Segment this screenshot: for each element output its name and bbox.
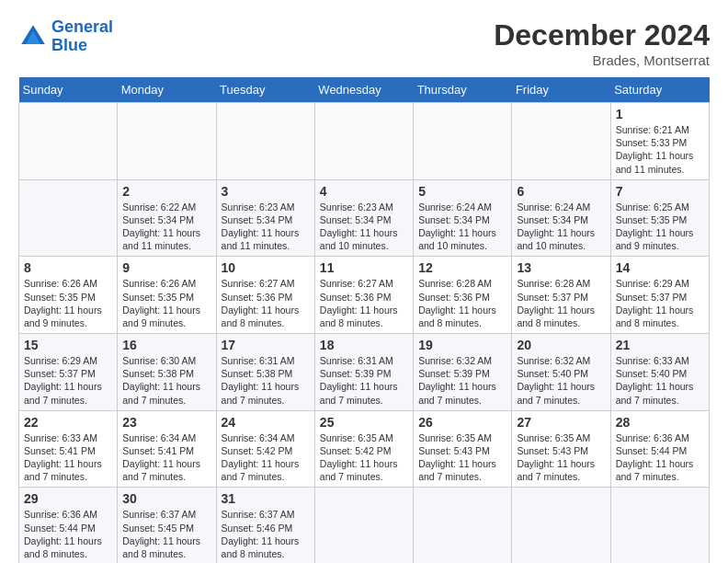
- day-header-tuesday: Tuesday: [216, 77, 314, 103]
- calendar-cell: 31Sunrise: 6:37 AMSunset: 5:46 PMDayligh…: [216, 488, 314, 563]
- cell-content: Sunrise: 6:30 AMSunset: 5:38 PMDaylight:…: [122, 355, 200, 406]
- calendar-cell: 27Sunrise: 6:35 AMSunset: 5:43 PMDayligh…: [512, 410, 610, 488]
- calendar-cell-empty: [314, 103, 413, 180]
- calendar-cell: 24Sunrise: 6:34 AMSunset: 5:42 PMDayligh…: [216, 410, 314, 488]
- cell-content: Sunrise: 6:28 AMSunset: 5:37 PMDaylight:…: [517, 278, 595, 328]
- title-block: December 2024 Brades, Montserrat: [494, 18, 710, 68]
- day-header-wednesday: Wednesday: [314, 77, 413, 103]
- cell-content: Sunrise: 6:23 AMSunset: 5:34 PMDaylight:…: [222, 201, 300, 252]
- cell-content: Sunrise: 6:32 AMSunset: 5:39 PMDaylight:…: [418, 355, 496, 406]
- day-number: 14: [616, 260, 704, 275]
- calendar-cell: 28Sunrise: 6:36 AMSunset: 5:44 PMDayligh…: [610, 410, 709, 488]
- cell-content: Sunrise: 6:37 AMSunset: 5:45 PMDaylight:…: [122, 509, 200, 559]
- day-number: 21: [616, 338, 704, 352]
- logo-icon: [18, 22, 48, 52]
- calendar-cell: 23Sunrise: 6:34 AMSunset: 5:41 PMDayligh…: [118, 410, 216, 488]
- location: Brades, Montserrat: [494, 52, 710, 68]
- cell-content: Sunrise: 6:31 AMSunset: 5:38 PMDaylight:…: [222, 355, 300, 406]
- cell-content: Sunrise: 6:35 AMSunset: 5:43 PMDaylight:…: [517, 432, 595, 483]
- calendar-cell-empty: [414, 103, 512, 180]
- cell-content: Sunrise: 6:27 AMSunset: 5:36 PMDaylight:…: [320, 278, 398, 328]
- day-number: 5: [418, 184, 506, 199]
- calendar-cell-empty: [414, 488, 512, 563]
- cell-content: Sunrise: 6:33 AMSunset: 5:40 PMDaylight:…: [616, 355, 694, 406]
- day-header-friday: Friday: [512, 77, 610, 103]
- day-number: 7: [616, 184, 704, 199]
- calendar-cell: 2Sunrise: 6:22 AMSunset: 5:34 PMDaylight…: [118, 179, 216, 257]
- page-header: General Blue December 2024 Brades, Monts…: [18, 18, 710, 68]
- calendar-cell: 8Sunrise: 6:26 AMSunset: 5:35 PMDaylight…: [19, 257, 118, 334]
- calendar-cell: 4Sunrise: 6:23 AMSunset: 5:34 PMDaylight…: [314, 179, 413, 257]
- cell-content: Sunrise: 6:26 AMSunset: 5:35 PMDaylight:…: [122, 278, 200, 328]
- calendar-cell: 10Sunrise: 6:27 AMSunset: 5:36 PMDayligh…: [216, 257, 314, 334]
- day-number: 29: [24, 491, 112, 506]
- day-number: 11: [320, 260, 408, 275]
- calendar-cell-empty: [118, 103, 216, 180]
- day-number: 26: [418, 415, 506, 430]
- cell-content: Sunrise: 6:36 AMSunset: 5:44 PMDaylight:…: [616, 432, 694, 483]
- calendar-cell-empty: [512, 488, 610, 563]
- cell-content: Sunrise: 6:32 AMSunset: 5:40 PMDaylight:…: [517, 355, 595, 406]
- day-number: 28: [616, 415, 704, 430]
- calendar-cell: 15Sunrise: 6:29 AMSunset: 5:37 PMDayligh…: [19, 334, 118, 411]
- calendar-cell-empty: [512, 103, 610, 180]
- day-number: 16: [122, 338, 210, 352]
- day-header-monday: Monday: [118, 77, 216, 103]
- calendar-cell-empty: [216, 103, 314, 180]
- calendar-cell: 30Sunrise: 6:37 AMSunset: 5:45 PMDayligh…: [118, 488, 216, 563]
- calendar-cell: 7Sunrise: 6:25 AMSunset: 5:35 PMDaylight…: [610, 179, 709, 257]
- day-number: 18: [320, 338, 408, 352]
- calendar-cell: 16Sunrise: 6:30 AMSunset: 5:38 PMDayligh…: [118, 334, 216, 411]
- calendar-cell: 20Sunrise: 6:32 AMSunset: 5:40 PMDayligh…: [512, 334, 610, 411]
- logo-line2: Blue: [51, 36, 87, 54]
- calendar-cell-empty: [314, 488, 413, 563]
- calendar-cell: 18Sunrise: 6:31 AMSunset: 5:39 PMDayligh…: [314, 334, 413, 411]
- cell-content: Sunrise: 6:34 AMSunset: 5:42 PMDaylight:…: [222, 432, 300, 483]
- calendar-cell: 26Sunrise: 6:35 AMSunset: 5:43 PMDayligh…: [414, 410, 512, 488]
- calendar-row: 22Sunrise: 6:33 AMSunset: 5:41 PMDayligh…: [19, 410, 710, 488]
- cell-content: Sunrise: 6:35 AMSunset: 5:43 PMDaylight:…: [418, 432, 496, 483]
- day-header-saturday: Saturday: [610, 77, 709, 103]
- calendar-cell-empty: [610, 488, 709, 563]
- calendar-row: 15Sunrise: 6:29 AMSunset: 5:37 PMDayligh…: [19, 334, 710, 411]
- day-header-sunday: Sunday: [19, 77, 118, 103]
- cell-content: Sunrise: 6:33 AMSunset: 5:41 PMDaylight:…: [24, 432, 102, 483]
- cell-content: Sunrise: 6:24 AMSunset: 5:34 PMDaylight:…: [517, 201, 595, 252]
- calendar-cell: 13Sunrise: 6:28 AMSunset: 5:37 PMDayligh…: [512, 257, 610, 334]
- cell-content: Sunrise: 6:26 AMSunset: 5:35 PMDaylight:…: [24, 278, 102, 328]
- calendar-cell: 25Sunrise: 6:35 AMSunset: 5:42 PMDayligh…: [314, 410, 413, 488]
- calendar-row: 29Sunrise: 6:36 AMSunset: 5:44 PMDayligh…: [19, 488, 710, 563]
- day-number: 9: [122, 260, 210, 275]
- day-number: 27: [517, 415, 605, 430]
- calendar-cell: 9Sunrise: 6:26 AMSunset: 5:35 PMDaylight…: [118, 257, 216, 334]
- day-number: 25: [320, 415, 408, 430]
- cell-content: Sunrise: 6:37 AMSunset: 5:46 PMDaylight:…: [222, 509, 300, 559]
- day-number: 1: [616, 107, 704, 121]
- day-number: 23: [122, 415, 210, 430]
- calendar-row: 1Sunrise: 6:21 AMSunset: 5:33 PMDaylight…: [19, 103, 710, 180]
- calendar-cell-empty: [19, 103, 118, 180]
- day-number: 31: [222, 491, 310, 506]
- day-number: 10: [222, 260, 310, 275]
- cell-content: Sunrise: 6:21 AMSunset: 5:33 PMDaylight:…: [616, 124, 694, 175]
- calendar-cell: 6Sunrise: 6:24 AMSunset: 5:34 PMDaylight…: [512, 179, 610, 257]
- calendar-cell: 14Sunrise: 6:29 AMSunset: 5:37 PMDayligh…: [610, 257, 709, 334]
- calendar-cell: 11Sunrise: 6:27 AMSunset: 5:36 PMDayligh…: [314, 257, 413, 334]
- day-number: 19: [418, 338, 506, 352]
- day-number: 17: [222, 338, 310, 352]
- calendar-cell: 12Sunrise: 6:28 AMSunset: 5:36 PMDayligh…: [414, 257, 512, 334]
- day-number: 13: [517, 260, 605, 275]
- cell-content: Sunrise: 6:24 AMSunset: 5:34 PMDaylight:…: [418, 201, 496, 252]
- day-number: 20: [517, 338, 605, 352]
- day-number: 24: [222, 415, 310, 430]
- calendar-cell: 22Sunrise: 6:33 AMSunset: 5:41 PMDayligh…: [19, 410, 118, 488]
- calendar-header-row: SundayMondayTuesdayWednesdayThursdayFrid…: [19, 77, 710, 103]
- day-number: 30: [122, 491, 210, 506]
- day-number: 2: [122, 184, 210, 199]
- calendar-cell: 19Sunrise: 6:32 AMSunset: 5:39 PMDayligh…: [414, 334, 512, 411]
- cell-content: Sunrise: 6:31 AMSunset: 5:39 PMDaylight:…: [320, 355, 398, 406]
- logo-text: General Blue: [51, 18, 113, 55]
- cell-content: Sunrise: 6:27 AMSunset: 5:36 PMDaylight:…: [222, 278, 300, 328]
- cell-content: Sunrise: 6:28 AMSunset: 5:36 PMDaylight:…: [418, 278, 496, 328]
- calendar-cell-empty: [19, 179, 118, 257]
